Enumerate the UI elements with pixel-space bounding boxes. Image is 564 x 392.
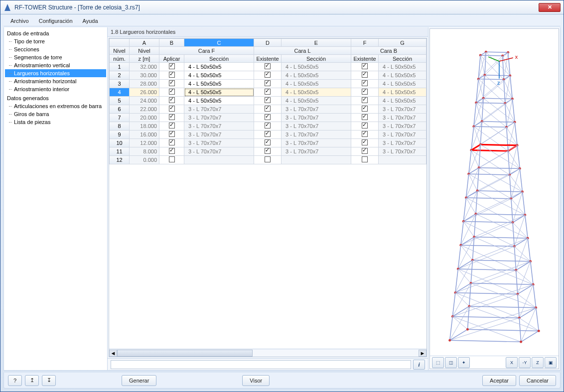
col-header[interactable]: F <box>351 39 379 47</box>
tree-item[interactable]: Arriostramiento vertical <box>5 61 106 69</box>
cell-existente-b[interactable] <box>351 80 379 88</box>
row-header[interactable]: 6 <box>110 105 130 114</box>
col-header[interactable]: G <box>379 39 426 47</box>
col-header[interactable]: D <box>254 39 282 47</box>
tree-item[interactable]: Articulaciones en extremos de barra <box>5 102 106 110</box>
checkbox-icon[interactable] <box>169 139 175 145</box>
cell-existente-b[interactable] <box>351 147 379 156</box>
data-grid[interactable]: ABCDEFGNivelNivelCara FCara LCara Bnúm.z… <box>109 38 427 357</box>
tree-item[interactable]: Tipo de torre <box>5 37 106 45</box>
cell-existente-b[interactable] <box>351 63 379 71</box>
cell-z[interactable]: 18.000 <box>130 122 159 131</box>
cell-seccion-f[interactable]: 3 - L 70x70x7 <box>184 105 254 114</box>
cell-existente-l[interactable] <box>254 63 282 71</box>
checkbox-icon[interactable] <box>265 97 271 103</box>
cell-seccion-b[interactable]: 3 - L 70x70x7 <box>379 139 426 147</box>
cell-existente-l[interactable] <box>254 147 282 156</box>
scroll-left-icon[interactable]: ◄ <box>109 350 117 357</box>
menu-configuracion[interactable]: Configuración <box>35 17 77 25</box>
cell-seccion-b[interactable]: 4 - L 50x50x5 <box>379 71 426 80</box>
checkbox-icon[interactable] <box>169 106 175 112</box>
cell-seccion-l[interactable]: 3 - L 70x70x7 <box>282 122 351 131</box>
scroll-thumb[interactable] <box>117 350 253 357</box>
horizontal-scrollbar[interactable]: ◄ ► <box>109 349 426 357</box>
titlebar[interactable]: RF-TOWER Structure - [Torre de celosia_3… <box>0 0 564 14</box>
menu-ayuda[interactable]: Ayuda <box>79 17 102 25</box>
checkbox-icon[interactable] <box>265 89 271 95</box>
cell-existente-l[interactable] <box>254 80 282 88</box>
cell-seccion-f[interactable] <box>184 156 254 164</box>
checkbox-icon[interactable] <box>265 72 271 78</box>
checkbox-icon[interactable] <box>362 72 368 78</box>
row-header[interactable]: 3 <box>110 80 130 88</box>
tree-item[interactable]: Segmentos de torre <box>5 53 106 61</box>
checkbox-icon[interactable] <box>362 97 368 103</box>
tree-item[interactable]: Arriostramiento interior <box>5 85 106 93</box>
table-row[interactable]: 916.0003 - L 70x70x73 - L 70x70x73 - L 7… <box>110 131 426 139</box>
cell-z[interactable]: 24.000 <box>130 97 159 105</box>
scroll-track[interactable] <box>117 350 419 357</box>
tree-group[interactable]: Datos generados <box>5 94 106 102</box>
table-row[interactable]: 230.0004 - L 50x50x54 - L 50x50x54 - L 5… <box>110 71 426 80</box>
cell-existente-l[interactable] <box>254 122 282 131</box>
cell-seccion-f[interactable]: 3 - L 70x70x7 <box>184 122 254 131</box>
tree-item[interactable]: Secciones <box>5 45 106 53</box>
cell-existente-b[interactable] <box>351 105 379 114</box>
cell-seccion-l[interactable]: 3 - L 70x70x7 <box>282 147 351 156</box>
checkbox-icon[interactable] <box>169 89 175 95</box>
generar-button[interactable]: Generar <box>122 375 156 386</box>
iso-view-button[interactable]: ▣ <box>545 357 557 368</box>
cell-seccion-f[interactable]: 4 - L 50x50x5 <box>184 80 254 88</box>
cell-z[interactable]: 22.000 <box>130 105 159 114</box>
nav-down-button[interactable]: ↧ <box>42 375 56 386</box>
checkbox-icon[interactable] <box>169 97 175 103</box>
row-header[interactable]: 4 <box>110 88 130 97</box>
checkbox-icon[interactable] <box>169 156 175 162</box>
view-mode-3-button[interactable]: ✦ <box>458 357 470 368</box>
checkbox-icon[interactable] <box>362 148 368 154</box>
status-input[interactable] <box>111 360 411 369</box>
cell-aplicar[interactable] <box>159 97 184 105</box>
checkbox-icon[interactable] <box>362 156 368 162</box>
cell-seccion-f[interactable]: 3 - L 70x70x7 <box>184 131 254 139</box>
cell-seccion-l[interactable]: 3 - L 70x70x7 <box>282 114 351 122</box>
checkbox-icon[interactable] <box>265 148 271 154</box>
cell-seccion-l[interactable]: 4 - L 50x50x5 <box>282 80 351 88</box>
cell-seccion-b[interactable]: 4 - L 50x50x5 <box>379 88 426 97</box>
cell-z[interactable]: 32.000 <box>130 63 159 71</box>
cell-seccion-b[interactable]: 3 - L 70x70x7 <box>379 105 426 114</box>
cell-existente-l[interactable] <box>254 105 282 114</box>
cell-aplicar[interactable] <box>159 122 184 131</box>
row-header[interactable]: 10 <box>110 139 130 147</box>
checkbox-icon[interactable] <box>362 80 368 86</box>
table-row[interactable]: 622.0003 - L 70x70x73 - L 70x70x73 - L 7… <box>110 105 426 114</box>
checkbox-icon[interactable] <box>169 63 175 69</box>
table-row[interactable]: 818.0003 - L 70x70x73 - L 70x70x73 - L 7… <box>110 122 426 131</box>
checkbox-icon[interactable] <box>169 72 175 78</box>
checkbox-icon[interactable] <box>169 148 175 154</box>
cell-existente-l[interactable] <box>254 97 282 105</box>
col-header[interactable]: C <box>184 39 254 47</box>
cell-seccion-f[interactable]: 4 - L 50x50x5 <box>184 88 254 97</box>
cell-aplicar[interactable] <box>159 156 184 164</box>
table-row[interactable]: 1012.0003 - L 70x70x73 - L 70x70x73 - L … <box>110 139 426 147</box>
axis-z-button[interactable]: Z <box>532 357 544 368</box>
col-header[interactable]: A <box>130 39 159 47</box>
checkbox-icon[interactable] <box>169 131 175 137</box>
close-button[interactable]: ✕ <box>539 3 561 12</box>
table-row[interactable]: 426.0004 - L 50x50x54 - L 50x50x54 - L 5… <box>110 88 426 97</box>
checkbox-icon[interactable] <box>362 139 368 145</box>
cell-z[interactable]: 0.000 <box>130 156 159 164</box>
checkbox-icon[interactable] <box>169 80 175 86</box>
menu-archivo[interactable]: Archivo <box>6 17 33 25</box>
checkbox-icon[interactable] <box>265 106 271 112</box>
checkbox-icon[interactable] <box>362 89 368 95</box>
cell-aplicar[interactable] <box>159 63 184 71</box>
cell-seccion-f[interactable]: 4 - L 50x50x5 <box>184 71 254 80</box>
cell-seccion-l[interactable]: 4 - L 50x50x5 <box>282 97 351 105</box>
cell-existente-l[interactable] <box>254 71 282 80</box>
cell-aplicar[interactable] <box>159 80 184 88</box>
cell-z[interactable]: 12.000 <box>130 139 159 147</box>
checkbox-icon[interactable] <box>265 139 271 145</box>
cell-seccion-l[interactable]: 4 - L 50x50x5 <box>282 71 351 80</box>
